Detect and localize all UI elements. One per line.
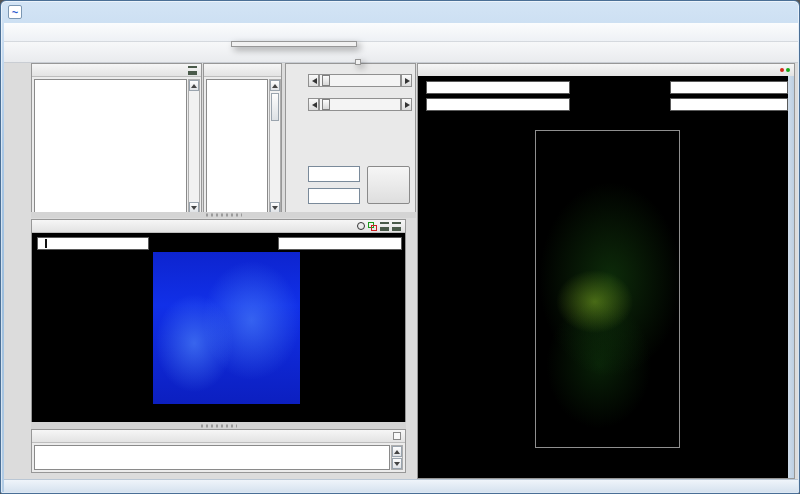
client-area	[4, 63, 798, 479]
horizontal-splitter[interactable]	[31, 422, 406, 429]
app-window: ~	[0, 0, 800, 494]
horizontal-splitter[interactable]	[31, 212, 416, 218]
files-panel-header	[32, 64, 201, 77]
app-icon: ~	[8, 5, 22, 19]
message-text	[34, 445, 390, 470]
roi-icon[interactable]	[368, 222, 377, 231]
message-board-header	[32, 430, 405, 443]
a-slider-left-arrow[interactable]	[308, 98, 319, 111]
scroll-down-button[interactable]	[392, 458, 402, 469]
panel-menu-icon[interactable]	[393, 432, 401, 440]
run-button[interactable]	[367, 166, 410, 204]
a-slider-thumb[interactable]	[322, 99, 330, 110]
a-threshold-input[interactable]	[308, 188, 360, 204]
parallel-computing-submenu	[355, 59, 361, 65]
circle-icon[interactable]	[357, 222, 365, 230]
frame-slider[interactable]	[37, 237, 149, 250]
message-scrollbar[interactable]	[391, 445, 403, 470]
raw-data-panel	[31, 219, 406, 426]
scroll-thumb[interactable]	[271, 93, 279, 121]
frames-panel-header	[204, 64, 281, 77]
raw-image-area	[32, 233, 405, 425]
list-icon[interactable]	[392, 222, 401, 231]
files-list[interactable]	[34, 79, 187, 214]
raw-image-plot[interactable]	[153, 252, 300, 404]
list-icon[interactable]	[380, 222, 389, 231]
fret-image-panel	[417, 63, 795, 479]
green-histogram[interactable]	[670, 81, 788, 94]
red-histogram[interactable]	[670, 98, 788, 111]
files-panel	[31, 63, 202, 216]
green-slider[interactable]	[426, 81, 570, 94]
fret-image-area	[418, 76, 794, 478]
panel-scrollbar[interactable]	[788, 76, 794, 478]
d-threshold-input[interactable]	[308, 166, 360, 182]
menu-bar	[4, 23, 798, 42]
frames-scrollbar[interactable]	[269, 79, 281, 214]
d-slider-track[interactable]	[319, 74, 401, 87]
panel-menu-icon[interactable]	[188, 66, 197, 75]
files-scrollbar[interactable]	[188, 79, 200, 214]
frames-panel	[203, 63, 282, 216]
red-slider[interactable]	[426, 98, 570, 111]
toolbar	[4, 42, 798, 63]
intensity-histogram[interactable]	[278, 237, 402, 250]
scroll-up-button[interactable]	[270, 80, 280, 91]
performance-menu	[231, 41, 357, 47]
d-slider-thumb[interactable]	[322, 75, 330, 86]
scroll-up-button[interactable]	[392, 446, 402, 457]
frames-list[interactable]	[206, 79, 268, 214]
d-slider-left-arrow[interactable]	[308, 74, 319, 87]
a-slider-right-arrow[interactable]	[401, 98, 412, 111]
message-board-panel	[31, 429, 406, 473]
red-indicator-icon	[780, 68, 784, 72]
raw-data-header	[32, 220, 405, 233]
peakfinder-panel	[285, 63, 416, 216]
fret-image-plot[interactable]	[535, 130, 680, 448]
scroll-up-button[interactable]	[189, 80, 199, 91]
title-bar[interactable]: ~	[1, 1, 799, 23]
status-bar	[4, 479, 798, 492]
a-slider-track[interactable]	[319, 98, 401, 111]
d-slider-right-arrow[interactable]	[401, 74, 412, 87]
green-indicator-icon	[786, 68, 790, 72]
